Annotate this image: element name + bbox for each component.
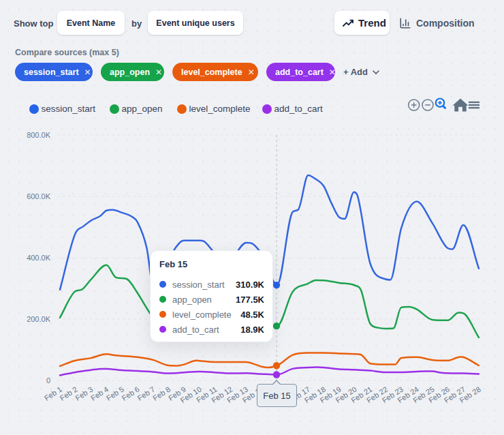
svg-text:600.0K: 600.0K [27, 192, 51, 200]
svg-text:800.0K: 800.0K [27, 131, 51, 139]
svg-text:400.0K: 400.0K [27, 254, 51, 262]
svg-text:200.0K: 200.0K [27, 315, 51, 323]
svg-text:0: 0 [46, 376, 50, 385]
